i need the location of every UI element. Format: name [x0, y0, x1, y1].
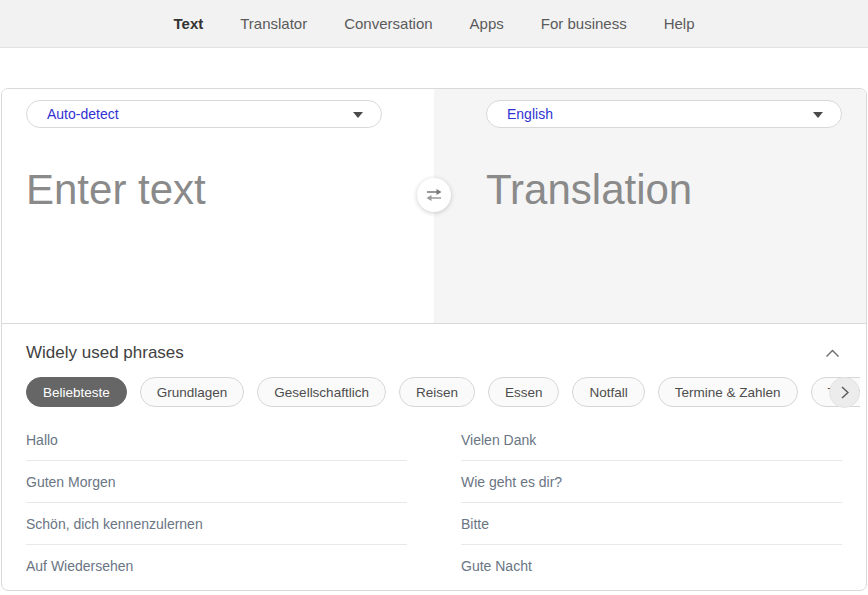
- caret-down-icon: [813, 112, 823, 118]
- category-chips-row: Beliebteste Grundlagen Gesellschaftlich …: [26, 377, 860, 408]
- source-language-dropdown[interactable]: Auto-detect: [26, 100, 382, 128]
- target-language-label: English: [507, 106, 553, 122]
- top-nav: Text Translator Conversation Apps For bu…: [0, 0, 868, 48]
- nav-item-translator[interactable]: Translator: [240, 15, 307, 32]
- category-chip-termine-zahlen[interactable]: Termine & Zahlen: [658, 377, 798, 407]
- phrase-item[interactable]: Bitte: [461, 503, 842, 545]
- nav-item-for-business[interactable]: For business: [541, 15, 627, 32]
- phrase-item[interactable]: Schön, dich kennenzulernen: [26, 503, 407, 545]
- category-chip-beliebteste[interactable]: Beliebteste: [26, 377, 127, 407]
- phrase-item[interactable]: Vielen Dank: [461, 419, 842, 461]
- category-chip-reisen[interactable]: Reisen: [399, 377, 475, 407]
- category-chip-gesellschaftlich[interactable]: Gesellschaftlich: [257, 377, 386, 407]
- swap-arrows-icon: [425, 188, 443, 202]
- nav-item-text[interactable]: Text: [173, 15, 203, 32]
- phrases-section: Widely used phrases Beliebteste Grundlag…: [2, 324, 866, 586]
- translator-card: Auto-detect Enter text English Translati…: [1, 88, 867, 591]
- phrase-column-left: Hallo Guten Morgen Schön, dich kennenzul…: [26, 419, 407, 586]
- phrase-item[interactable]: Auf Wiedersehen: [26, 545, 407, 586]
- phrase-item[interactable]: Wie geht es dir?: [461, 461, 842, 503]
- category-chip-essen[interactable]: Essen: [488, 377, 560, 407]
- phrase-item[interactable]: Hallo: [26, 419, 407, 461]
- phrase-grid: Hallo Guten Morgen Schön, dich kennenzul…: [26, 419, 842, 586]
- category-chip-grundlagen[interactable]: Grundlagen: [140, 377, 245, 407]
- phrases-title: Widely used phrases: [26, 343, 184, 363]
- nav-item-apps[interactable]: Apps: [470, 15, 504, 32]
- scroll-categories-right-button[interactable]: [829, 377, 860, 408]
- nav-item-conversation[interactable]: Conversation: [344, 15, 432, 32]
- phrases-header: Widely used phrases: [26, 324, 842, 363]
- chevron-up-icon: [825, 349, 840, 358]
- translator-section: Auto-detect Enter text English Translati…: [2, 89, 866, 324]
- source-text-input[interactable]: Enter text: [26, 166, 410, 214]
- phrase-item[interactable]: Gute Nacht: [461, 545, 842, 586]
- source-pane: Auto-detect Enter text: [2, 89, 434, 323]
- translation-output: Translation: [486, 166, 842, 214]
- source-language-label: Auto-detect: [47, 106, 119, 122]
- swap-languages-button[interactable]: [417, 178, 451, 212]
- collapse-phrases-button[interactable]: [823, 347, 842, 360]
- category-chip-notfall[interactable]: Notfall: [572, 377, 644, 407]
- nav-item-help[interactable]: Help: [664, 15, 695, 32]
- chevron-right-icon: [841, 386, 849, 399]
- phrase-column-right: Vielen Dank Wie geht es dir? Bitte Gute …: [461, 419, 842, 586]
- caret-down-icon: [353, 112, 363, 118]
- phrase-item[interactable]: Guten Morgen: [26, 461, 407, 503]
- target-language-dropdown[interactable]: English: [486, 100, 842, 128]
- target-pane: English Translation: [434, 89, 866, 323]
